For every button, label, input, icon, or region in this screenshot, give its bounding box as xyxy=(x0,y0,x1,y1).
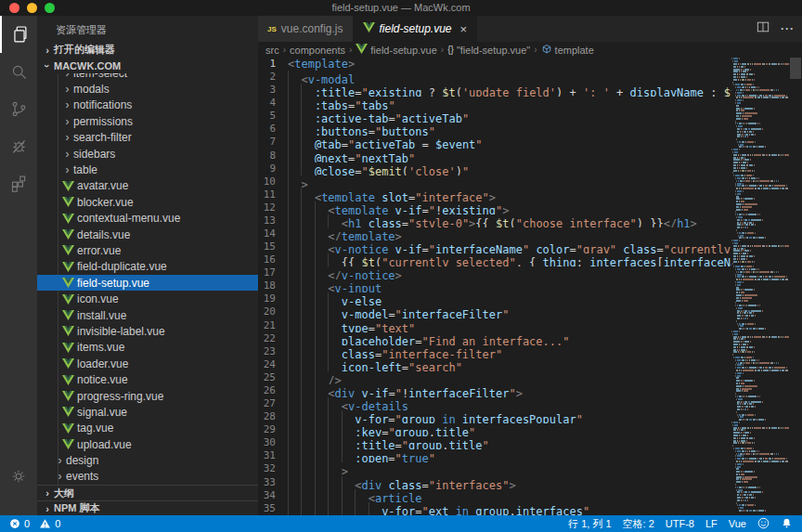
code-line[interactable]: 32> xyxy=(258,462,802,475)
breadcrumb-item[interactable]: components xyxy=(290,45,345,56)
tree-item-modals[interactable]: ›modals xyxy=(37,81,258,97)
code-line[interactable]: 1<template> xyxy=(258,58,802,71)
scrollbar-thumb[interactable] xyxy=(790,58,801,79)
code-line[interactable]: 35v-for="ext in group.interfaces" xyxy=(258,502,802,515)
explorer-icon[interactable] xyxy=(0,16,37,53)
code-line[interactable]: 29:key="group.title" xyxy=(258,423,802,436)
code-line[interactable]: 15<v-notice v-if="interfaceName" color="… xyxy=(258,240,802,253)
tree-item-table[interactable]: ›table xyxy=(37,162,258,177)
tree-item-search-filter[interactable]: ›search-filter xyxy=(37,130,258,146)
code-line[interactable]: 2<v-modal xyxy=(258,71,802,84)
code-line[interactable]: 11<template slot="interface"> xyxy=(258,188,802,201)
notifications-bell-icon[interactable] xyxy=(781,517,793,531)
tree-item-notifications[interactable]: ›notifications xyxy=(37,97,258,113)
tree-item-invisible-label-vue[interactable]: invisible-label.vue xyxy=(37,323,258,339)
breadcrumb-item[interactable]: field-setup.vue xyxy=(356,44,437,56)
code-line[interactable]: 22placeholder="Find an interface..." xyxy=(258,332,802,345)
code-line[interactable]: 8@next="nextTab" xyxy=(258,149,802,162)
more-actions-icon[interactable]: ··· xyxy=(781,22,795,35)
code-line[interactable]: 3:title="existing ? $t('update_field') +… xyxy=(258,84,802,97)
language-mode[interactable]: Vue xyxy=(729,518,746,529)
code-line[interactable]: 6:buttons="buttons" xyxy=(258,123,802,136)
close-window-button[interactable] xyxy=(9,3,19,13)
code-line[interactable]: 7@tab="activeTab = $event" xyxy=(258,136,802,149)
code-line[interactable]: 20v-model="interfaceFilter" xyxy=(258,305,802,318)
code-line[interactable]: 14</template> xyxy=(258,227,802,240)
code-line[interactable]: 33<div class="interfaces"> xyxy=(258,476,802,489)
tree-item-icon-vue[interactable]: icon.vue xyxy=(37,291,258,306)
code-editor[interactable]: 1<template>2<v-modal3:title="existing ? … xyxy=(258,58,802,515)
breadcrumb-item[interactable]: template xyxy=(541,44,594,57)
tree-item-error-vue[interactable]: error.vue xyxy=(37,242,258,258)
title-bar[interactable]: field-setup.vue — MacWk.com xyxy=(0,0,802,16)
code-line[interactable]: 16{{ $t("currently_selected", { thing: i… xyxy=(258,253,802,266)
code-line[interactable]: 21type="text" xyxy=(258,319,802,332)
code-line[interactable]: 9@close="$emit('close')" xyxy=(258,162,802,175)
extensions-icon[interactable] xyxy=(0,164,37,201)
minimize-window-button[interactable] xyxy=(27,3,37,13)
tree-item-tag-vue[interactable]: tag.vue xyxy=(37,421,258,436)
zoom-window-button[interactable] xyxy=(45,3,55,13)
npm-scripts-section[interactable]: › NPM 脚本 xyxy=(37,500,258,515)
breadcrumb-item[interactable]: {}"field-setup.vue" xyxy=(447,45,530,56)
code-line[interactable]: 4:tabs="tabs" xyxy=(258,97,802,110)
code-line[interactable]: 24icon-left="search" xyxy=(258,358,802,371)
code-line[interactable]: 28v-for="group in interfacesPopular" xyxy=(258,410,802,423)
breadcrumb-item[interactable]: src xyxy=(265,45,279,56)
tree-item-contextual-menu-vue[interactable]: contextual-menu.vue xyxy=(37,211,258,227)
line-number: 28 xyxy=(258,410,288,423)
code-line[interactable]: 26<div v-if="!interfaceFilter"> xyxy=(258,384,802,397)
settings-gear-icon[interactable] xyxy=(0,458,37,495)
search-icon[interactable] xyxy=(0,53,37,90)
debug-icon[interactable] xyxy=(0,127,37,164)
tree-item-sidebars[interactable]: ›sidebars xyxy=(37,146,258,162)
code-text: @close="$emit('close')" xyxy=(288,162,731,175)
feedback-smiley-icon[interactable] xyxy=(757,517,770,531)
minimap[interactable] xyxy=(731,58,789,515)
problems-indicator[interactable]: 0 0 xyxy=(9,518,60,529)
code-line[interactable]: 34<article xyxy=(258,489,802,502)
tree-item-details-vue[interactable]: details.vue xyxy=(37,227,258,242)
tab-field-setup-vue[interactable]: field-setup.vue× xyxy=(354,16,478,42)
eol-setting[interactable]: LF xyxy=(705,518,718,529)
code-line[interactable]: 25/> xyxy=(258,371,802,384)
code-line[interactable]: 19v-else xyxy=(258,292,802,305)
tree-item-progress-ring-vue[interactable]: progress-ring.vue xyxy=(37,388,258,404)
encoding-setting[interactable]: UTF-8 xyxy=(666,518,694,529)
code-line[interactable]: 27<v-details xyxy=(258,397,802,410)
code-line[interactable]: 30:title="group.title" xyxy=(258,436,802,449)
outline-section[interactable]: › 大纲 xyxy=(37,485,258,500)
editor-scrollbar[interactable] xyxy=(789,58,802,515)
tree-item-design[interactable]: ›design xyxy=(37,452,258,468)
tree-item-field-duplicate-vue[interactable]: field-duplicate.vue xyxy=(37,259,258,275)
source-control-icon[interactable] xyxy=(0,90,37,127)
tree-item-field-setup-vue[interactable]: field-setup.vue xyxy=(37,275,258,291)
code-line[interactable]: 31:open="true" xyxy=(258,449,802,462)
tab-vue-config-js[interactable]: JSvue.config.js xyxy=(258,16,354,42)
tree-item-signal-vue[interactable]: signal.vue xyxy=(37,404,258,420)
tree-item-notice-vue[interactable]: notice.vue xyxy=(37,371,258,387)
workspace-section[interactable]: › MACWK.COM xyxy=(37,58,258,73)
code-line[interactable]: 5:active-tab="activeTab" xyxy=(258,110,802,123)
code-line[interactable]: 23class="interface-filter" xyxy=(258,345,802,358)
tree-item-blocker-vue[interactable]: blocker.vue xyxy=(37,194,258,210)
cursor-position[interactable]: 行 1, 列 1 xyxy=(568,517,611,531)
close-tab-icon[interactable]: × xyxy=(460,22,468,36)
code-line[interactable]: 17</v-notice> xyxy=(258,266,802,279)
tree-item-avatar-vue[interactable]: avatar.vue xyxy=(37,178,258,194)
tree-item-install-vue[interactable]: install.vue xyxy=(37,307,258,323)
tree-item-loader-vue[interactable]: loader.vue xyxy=(37,356,258,371)
vue-file-icon xyxy=(61,214,74,224)
tree-item-item-select[interactable]: ›item-select xyxy=(37,73,258,81)
split-editor-icon[interactable] xyxy=(757,20,770,37)
code-line[interactable]: 18<v-input xyxy=(258,279,802,292)
open-editors-section[interactable]: › 打开的编辑器 xyxy=(37,42,258,58)
code-line[interactable]: 10> xyxy=(258,175,802,188)
code-line[interactable]: 13<h1 class="style-0">{{ $t("choose_inte… xyxy=(258,214,802,227)
indentation-setting[interactable]: 空格: 2 xyxy=(623,517,654,531)
tree-item-items-vue[interactable]: items.vue xyxy=(37,340,258,356)
code-line[interactable]: 12<template v-if="!existing"> xyxy=(258,201,802,214)
tree-item-events[interactable]: ›events xyxy=(37,469,258,485)
tree-item-upload-vue[interactable]: upload.vue xyxy=(37,436,258,452)
tree-item-permissions[interactable]: ›permissions xyxy=(37,113,258,129)
